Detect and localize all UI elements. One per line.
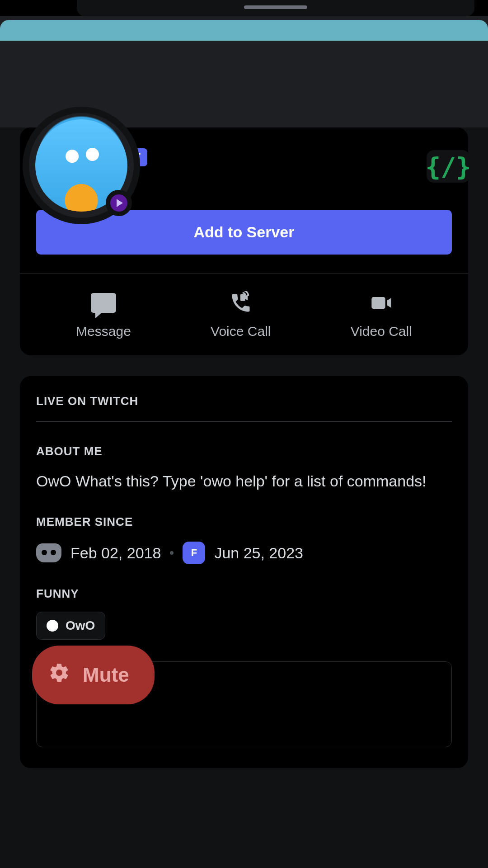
- tab-drawer: [77, 0, 474, 16]
- profile-content: {/} OwO ✓ BOT OwO#8456 Add to Server Mes…: [0, 127, 488, 868]
- about-me-text: OwO What's this? Type 'owo help' for a l…: [36, 470, 452, 492]
- live-on-twitch-label[interactable]: LIVE ON TWITCH: [36, 394, 452, 408]
- member-since-row: Feb 02, 2018 F Jun 25, 2023: [36, 542, 452, 564]
- note-box[interactable]: Mute: [36, 661, 452, 747]
- separator-dot: [170, 551, 174, 555]
- role-chip[interactable]: OwO: [36, 612, 105, 640]
- info-card: LIVE ON TWITCH ABOUT ME OwO What's this?…: [20, 376, 468, 768]
- phone-icon: [226, 290, 255, 316]
- actions-row: Message Voice Call Video Call: [36, 290, 452, 339]
- voice-call-label: Voice Call: [211, 324, 271, 339]
- role-color-dot: [47, 620, 58, 632]
- mute-label: Mute: [83, 664, 129, 686]
- video-icon: [367, 290, 396, 316]
- developer-badge[interactable]: {/}: [427, 150, 470, 183]
- mute-button[interactable]: Mute: [32, 646, 155, 704]
- message-button[interactable]: Message: [76, 290, 131, 339]
- discord-icon: [36, 543, 61, 562]
- voice-call-button[interactable]: Voice Call: [211, 290, 271, 339]
- video-call-button[interactable]: Video Call: [351, 290, 412, 339]
- server-join-date: Jun 25, 2023: [214, 544, 303, 562]
- avatar-container[interactable]: [23, 107, 140, 224]
- profile-banner: [0, 20, 488, 41]
- message-label: Message: [76, 324, 131, 339]
- drag-handle[interactable]: [244, 5, 307, 9]
- video-call-label: Video Call: [351, 324, 412, 339]
- server-badge: F: [183, 542, 205, 564]
- message-icon: [89, 290, 118, 316]
- code-braces-icon: {/}: [425, 152, 471, 181]
- gear-icon: [48, 662, 70, 688]
- roles-section-label: FUNNY: [36, 587, 452, 601]
- divider: [20, 274, 468, 274]
- discord-join-date: Feb 02, 2018: [70, 544, 161, 562]
- role-name: OwO: [66, 618, 95, 633]
- member-since-label: MEMBER SINCE: [36, 515, 452, 529]
- about-me-label: ABOUT ME: [36, 444, 452, 458]
- streaming-status-icon: [106, 190, 132, 216]
